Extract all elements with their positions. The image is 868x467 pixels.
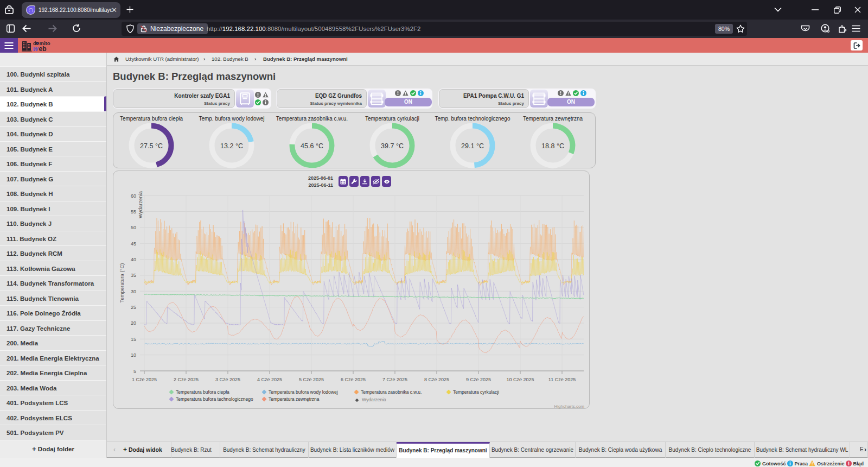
svg-text:6 Cze 2025: 6 Cze 2025 xyxy=(341,377,366,382)
svg-text:30: 30 xyxy=(131,289,136,294)
svg-text:60: 60 xyxy=(131,193,136,199)
svg-text:2 Cze 2025: 2 Cze 2025 xyxy=(174,377,199,382)
svg-text:9 Cze 2025: 9 Cze 2025 xyxy=(466,377,491,382)
svg-text:45: 45 xyxy=(131,241,136,247)
svg-text:55: 55 xyxy=(131,209,136,214)
svg-text:Temperatura (°C): Temperatura (°C) xyxy=(119,263,125,303)
svg-text:15: 15 xyxy=(131,337,136,342)
svg-text:5: 5 xyxy=(133,369,136,374)
svg-text:7 Cze 2025: 7 Cze 2025 xyxy=(382,377,407,382)
svg-text:3 Cze 2025: 3 Cze 2025 xyxy=(215,377,240,382)
svg-text:8 Cze 2025: 8 Cze 2025 xyxy=(424,377,449,382)
svg-text:40: 40 xyxy=(131,257,136,262)
svg-text:Highcharts.com: Highcharts.com xyxy=(554,404,584,409)
svg-text:10: 10 xyxy=(131,352,136,358)
svg-text:4 Cze 2025: 4 Cze 2025 xyxy=(257,377,282,382)
svg-text:Wydarzenia: Wydarzenia xyxy=(137,191,143,218)
svg-text:5 Cze 2025: 5 Cze 2025 xyxy=(299,377,324,382)
svg-text:1 Cze 2025: 1 Cze 2025 xyxy=(132,377,157,382)
svg-text:eb: eb xyxy=(39,45,47,53)
svg-text:50: 50 xyxy=(131,225,136,230)
svg-text:25: 25 xyxy=(131,305,136,310)
svg-text:20: 20 xyxy=(131,320,136,326)
svg-text:11 Cze 2025: 11 Cze 2025 xyxy=(548,377,576,382)
svg-text:w: w xyxy=(33,45,39,53)
svg-text:35: 35 xyxy=(131,273,136,278)
svg-text:10 Cze 2025: 10 Cze 2025 xyxy=(506,377,534,382)
